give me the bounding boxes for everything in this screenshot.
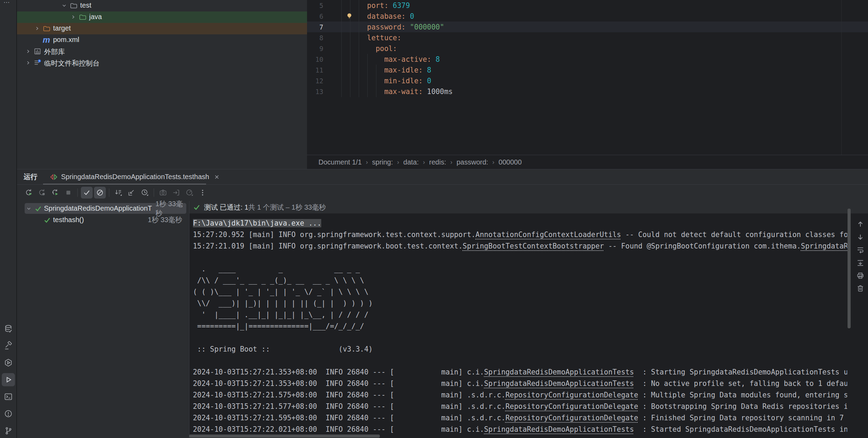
breadcrumb-separator: ›: [492, 159, 494, 166]
chevron-right-icon[interactable]: [34, 26, 40, 31]
chevron-right-icon[interactable]: [25, 60, 31, 66]
console-link[interactable]: RepositoryConfigurationDelegate: [505, 402, 638, 411]
close-tab-icon[interactable]: [214, 174, 220, 180]
breadcrumb-item[interactable]: spring:: [372, 158, 393, 166]
rerun-auto-icon[interactable]: [49, 187, 61, 199]
test-tree-row[interactable]: SpringdataRedisDemoApplicationT1秒 33毫秒: [17, 203, 189, 214]
line-number: 13: [307, 88, 323, 95]
stripe-build-hammer-icon[interactable]: [1, 337, 15, 354]
chevron-down-icon[interactable]: [61, 3, 67, 8]
screenshot-icon[interactable]: [157, 187, 169, 199]
tree-item-java[interactable]: java: [17, 11, 307, 23]
console-link[interactable]: SpringdataRedisDemoApplicationTests: [484, 425, 634, 433]
stop-icon[interactable]: [62, 187, 74, 199]
editor-line-8[interactable]: 8 lettuce:: [307, 32, 868, 43]
breadcrumb-item[interactable]: data:: [403, 158, 419, 166]
rerun-icon[interactable]: [23, 187, 35, 199]
print-icon[interactable]: [854, 269, 867, 282]
chevron-right-icon[interactable]: [25, 49, 31, 54]
editor-line-7[interactable]: 7 password: "000000": [307, 22, 868, 32]
console-line: 2024-10-03T15:27:21.575+08:00 INFO 26840…: [193, 389, 847, 401]
tree-item-外部库[interactable]: 外部库: [17, 46, 307, 57]
console-line: [193, 355, 847, 367]
database-icon: [2, 322, 15, 335]
test-passed-check-icon: [43, 216, 51, 224]
console-link[interactable]: SpringdataRedisDemoApplicationTests: [484, 368, 634, 376]
stripe-run-icon[interactable]: [1, 371, 15, 388]
breadcrumb-item[interactable]: 000000: [499, 158, 522, 166]
tree-item-pom.xml[interactable]: mpom.xml: [17, 34, 307, 46]
breadcrumb-item[interactable]: redis:: [429, 158, 446, 166]
console-link[interactable]: AnnotationConfigContextLoaderUtils: [476, 230, 621, 239]
console-link[interactable]: RepositoryConfigurationDelegate: [505, 391, 638, 399]
console-link[interactable]: SpringdataRedisD: [801, 242, 847, 250]
code-text: pool:: [323, 44, 397, 53]
editor[interactable]: 5 port: 63796 database: 07 password: "00…: [307, 0, 868, 155]
stripe-terminal-icon[interactable]: [1, 388, 15, 405]
editor-line-10[interactable]: 10 max-active: 8: [307, 54, 868, 65]
line-number: 10: [307, 56, 323, 63]
chevron-down-icon[interactable]: [26, 206, 32, 211]
console-link[interactable]: SpringBootTestContextBootstrapper: [463, 242, 604, 250]
more-kebab-icon[interactable]: [197, 187, 209, 199]
lightbulb-icon[interactable]: [346, 12, 353, 20]
console-toolbar: [853, 213, 868, 295]
clear-console-icon[interactable]: [854, 282, 867, 295]
console-line: F:\Java\jdk17\bin\java.exe ...: [193, 218, 847, 229]
console-line: 2024-10-03T15:27:21.353+08:00 INFO 26840…: [193, 378, 847, 389]
tree-item-target[interactable]: target: [17, 23, 307, 34]
breadcrumb-item[interactable]: Document 1/1: [318, 158, 362, 166]
stripe-database-icon[interactable]: [1, 320, 15, 337]
scroll-down-icon[interactable]: [854, 230, 867, 243]
console-line: 2024-10-03T15:27:21.577+08:00 INFO 26840…: [193, 401, 847, 412]
test-tree-row[interactable]: testhash()1秒 33毫秒: [17, 214, 189, 226]
tree-item-label: target: [53, 24, 71, 32]
library-icon: [34, 48, 41, 55]
scroll-up-icon[interactable]: [854, 218, 867, 230]
run-console[interactable]: F:\Java\jdk17\bin\java.exe ...15:27:20.9…: [189, 213, 847, 438]
coverage-icon[interactable]: [184, 187, 195, 199]
stripe-services-icon[interactable]: [1, 354, 15, 371]
run-tab[interactable]: SpringdataRedisDemoApplicationTests.test…: [43, 169, 226, 184]
tree-item-临时文件和控制台[interactable]: 临时文件和控制台: [17, 57, 307, 69]
console-horizontal-scrollbar[interactable]: [189, 435, 380, 438]
breadcrumb-item[interactable]: password:: [457, 158, 488, 166]
editor-line-13[interactable]: 13 max-wait: 1000ms: [307, 86, 868, 97]
sort-by-duration-icon[interactable]: [112, 187, 124, 199]
editor-line-12[interactable]: 12 min-idle: 0: [307, 75, 868, 86]
scratches-icon: [34, 59, 41, 67]
rerun-failed-icon[interactable]: [36, 187, 48, 199]
show-ignored-icon[interactable]: [94, 187, 106, 199]
more-tool-windows-icon[interactable]: ⋯: [3, 0, 11, 6]
show-passed-icon[interactable]: [81, 187, 93, 199]
tree-item-label: test: [80, 1, 91, 9]
soft-wrap-icon[interactable]: [854, 243, 867, 256]
line-number: 5: [307, 2, 323, 9]
editor-line-11[interactable]: 11 max-idle: 8: [307, 65, 868, 75]
console-line: /\\ / ___'_ __ _ _(_)_ __ __ _ \ \ \ \: [193, 275, 847, 286]
scroll-to-end-icon[interactable]: [854, 256, 867, 269]
console-link[interactable]: RepositoryConfigurationDelegate: [505, 414, 638, 422]
console-link[interactable]: SpringdataRedisDemoApplicationTests: [484, 379, 634, 388]
git-branch-icon: [2, 424, 15, 437]
navigate-with-single-click-icon[interactable]: [126, 187, 137, 199]
breadcrumb-separator: ›: [397, 159, 399, 166]
console-line: [193, 332, 847, 344]
folder-gray-icon: [70, 2, 77, 9]
folder-amber-icon: [43, 25, 50, 32]
test-history-icon[interactable]: [139, 187, 151, 199]
stripe-git-branch-icon[interactable]: [1, 422, 15, 438]
breadcrumb-separator: ›: [450, 159, 452, 166]
console-line: :: Spring Boot :: (v3.3.4): [193, 344, 847, 355]
console-vertical-scrollbar[interactable]: [848, 209, 851, 328]
editor-line-9[interactable]: 9 pool:: [307, 43, 868, 54]
import-tests-icon[interactable]: [170, 187, 182, 199]
chevron-right-icon[interactable]: [70, 14, 76, 20]
editor-line-6[interactable]: 6 database: 0: [307, 11, 868, 22]
tree-item-test[interactable]: test: [17, 0, 307, 11]
console-line: \\/ ___)| |_)| | | | | || (_| | ) ) ) ): [193, 298, 847, 309]
folder-green-icon: [79, 13, 86, 21]
stripe-problems-icon[interactable]: [1, 405, 15, 422]
editor-line-5[interactable]: 5 port: 6379: [307, 0, 868, 11]
code-text: max-active: 8: [323, 55, 440, 64]
